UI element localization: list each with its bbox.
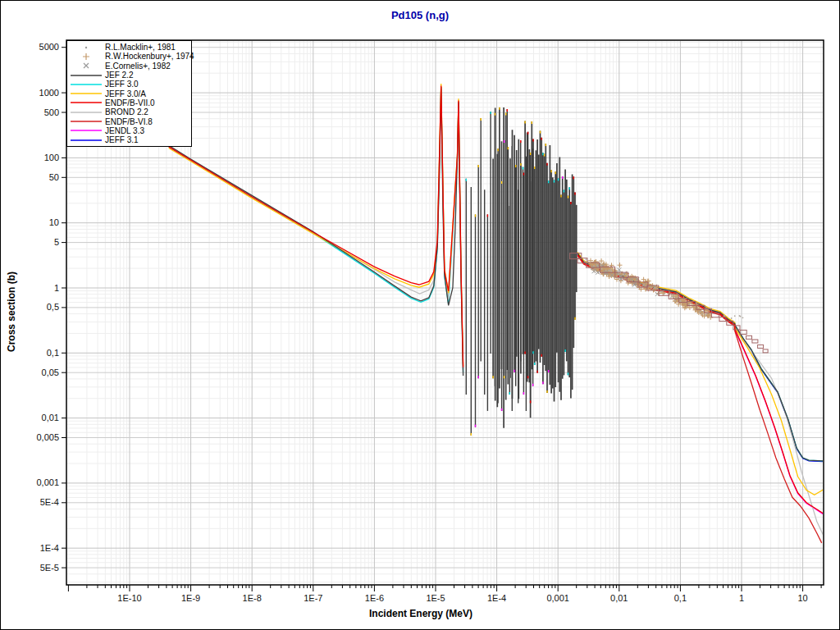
y-tick-label: 1 bbox=[54, 283, 59, 293]
resonance-spikes bbox=[466, 107, 576, 436]
series-right-JEFF 3.1 bbox=[578, 253, 824, 461]
series-left-ENDF/B-VII.0 bbox=[169, 85, 463, 367]
y-tick-label: 0,01 bbox=[42, 413, 59, 422]
y-tick-label: 50 bbox=[49, 172, 59, 182]
legend-label: JEF 2.2 bbox=[105, 71, 133, 80]
y-axis-label: Cross section (b) bbox=[6, 258, 17, 365]
plot-data bbox=[169, 84, 824, 543]
x-tick-label: 1 bbox=[739, 593, 744, 603]
x-tick-label: 1E-7 bbox=[304, 593, 322, 603]
series-right-JEFF 3.0/A bbox=[578, 252, 824, 495]
series-left-JEF 2.2 bbox=[169, 87, 463, 376]
legend-item: JENDL 3.3 bbox=[67, 126, 191, 135]
legend-label: R.W.Hockenbury+, 1974 bbox=[105, 52, 194, 61]
legend-dot-icon bbox=[67, 43, 105, 52]
x-tick-label: 10 bbox=[797, 593, 807, 603]
legend: R.L.Macklin+, 1981R.W.Hockenbury+, 1974E… bbox=[66, 40, 192, 147]
legend-line-icon bbox=[67, 71, 105, 80]
x-axis-label: Incident Energy (MeV) bbox=[1, 608, 840, 619]
legend-item: BROND 2.2 bbox=[67, 107, 191, 116]
legend-label: ENDF/B-VI.8 bbox=[105, 117, 153, 126]
y-tick-label: 0,1 bbox=[47, 348, 59, 358]
legend-label: R.L.Macklin+, 1981 bbox=[105, 43, 176, 52]
legend-item: R.L.Macklin+, 1981 bbox=[67, 43, 191, 52]
y-tick-label: 10 bbox=[49, 217, 59, 227]
x-tick-label: 1E-4 bbox=[487, 593, 506, 603]
evaluation-curves bbox=[169, 84, 824, 543]
x-tick-label: 1E-6 bbox=[365, 593, 384, 603]
y-tick-label: 0,001 bbox=[36, 477, 59, 487]
legend-line-icon bbox=[67, 126, 105, 135]
series-right-ENDF/B-VII.0 bbox=[578, 255, 824, 514]
series-right-JEF 2.2 bbox=[578, 253, 824, 461]
x-tick-label: 0,1 bbox=[674, 593, 687, 603]
legend-plus-icon bbox=[67, 52, 105, 61]
y-tick-label: 5E-4 bbox=[40, 497, 59, 507]
x-tick-label: 1E-10 bbox=[117, 593, 141, 603]
legend-cross-icon bbox=[67, 62, 105, 70]
y-tick-label: 5000 bbox=[39, 42, 59, 52]
x-tick-label: 0,001 bbox=[546, 593, 569, 603]
y-tick-label: 100 bbox=[44, 153, 59, 162]
legend-line-icon bbox=[67, 117, 105, 126]
legend-item: ENDF/B-VI.8 bbox=[67, 116, 191, 126]
legend-item: JEF 2.2 bbox=[67, 71, 191, 80]
y-tick-label: 5E-5 bbox=[40, 563, 59, 573]
legend-label: JEFF 3.0/A bbox=[105, 89, 146, 98]
series-left-JEFF 3.0/A bbox=[169, 84, 463, 366]
x-tick-label: 0,01 bbox=[610, 593, 628, 603]
legend-item: JEFF 3.0 bbox=[67, 80, 191, 89]
series-left-JEFF 3.0 bbox=[169, 89, 463, 373]
legend-line-icon bbox=[67, 98, 105, 107]
legend-item: JEFF 3.1 bbox=[67, 135, 191, 144]
y-tick-label: 500 bbox=[44, 107, 59, 117]
legend-line-icon bbox=[67, 80, 105, 89]
legend-item: JEFF 3.0/A bbox=[67, 89, 191, 98]
legend-label: BROND 2.2 bbox=[105, 107, 148, 116]
y-tick-label: 0,5 bbox=[47, 302, 59, 312]
y-tick-label: 5 bbox=[54, 237, 59, 247]
legend-line-icon bbox=[67, 89, 105, 98]
y-tick-label: 0,05 bbox=[42, 368, 59, 377]
y-tick-label: 1E-4 bbox=[40, 543, 59, 553]
legend-label: E.Cornelis+, 1982 bbox=[105, 62, 171, 71]
legend-label: JENDL 3.3 bbox=[105, 126, 144, 135]
series-right-JEFF 3.0 bbox=[578, 254, 824, 461]
hockenbury-points bbox=[588, 258, 713, 320]
y-tick-label: 1000 bbox=[39, 88, 59, 98]
chart-window: Pd105 (n,g) 1E-101E-91E-81E-71E-61E-51E-… bbox=[0, 0, 840, 630]
series-right-ENDF/B-VI.8 bbox=[578, 256, 822, 543]
x-tick-label: 1E-5 bbox=[426, 593, 445, 603]
series-right-JENDL 3.3 bbox=[578, 254, 824, 514]
y-tick-label: 0,005 bbox=[36, 432, 59, 442]
legend-label: JEFF 3.1 bbox=[105, 135, 139, 144]
legend-label: ENDF/B-VII.0 bbox=[105, 98, 155, 107]
legend-label: JEFF 3.0 bbox=[105, 80, 139, 89]
legend-line-icon bbox=[67, 136, 105, 144]
x-tick-label: 1E-8 bbox=[243, 593, 262, 603]
legend-item: ENDF/B-VII.0 bbox=[67, 98, 191, 107]
legend-line-icon bbox=[67, 108, 105, 116]
legend-item: E.Cornelis+, 1982 bbox=[67, 62, 191, 71]
x-tick-label: 1E-9 bbox=[181, 593, 200, 603]
legend-item: R.W.Hockenbury+, 1974 bbox=[67, 52, 191, 61]
